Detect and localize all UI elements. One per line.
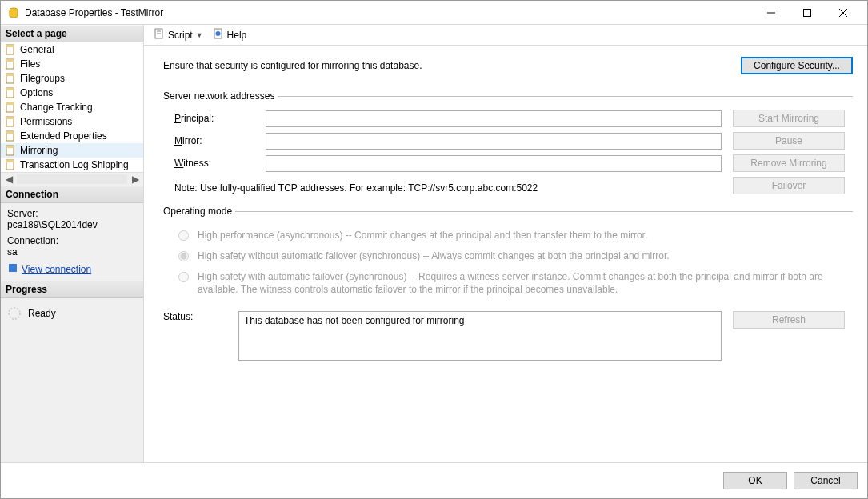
addresses-note: Note: Use fully-qualified TCP addresses.…	[174, 178, 722, 194]
ensure-message: Ensure that security is configured for m…	[163, 60, 741, 71]
ok-button[interactable]: OK	[723, 472, 787, 489]
help-label: Help	[227, 30, 247, 41]
start-mirroring-button: Start Mirroring	[733, 110, 845, 127]
sidebar-item-label: Options	[20, 87, 53, 98]
mode-text-1: High performance (asynchronous) -- Commi…	[198, 229, 853, 242]
scroll-right-icon[interactable]: ▶	[129, 174, 142, 185]
help-icon	[213, 28, 224, 42]
sidebar-item-mirroring[interactable]: Mirroring	[1, 143, 143, 158]
svg-rect-14	[6, 102, 14, 105]
principal-input[interactable]	[266, 110, 722, 127]
script-button[interactable]: Script ▼	[150, 28, 206, 42]
left-panel: Select a page GeneralFilesFilegroupsOpti…	[1, 25, 144, 462]
svg-rect-22	[6, 160, 14, 162]
database-icon	[7, 6, 20, 19]
server-label: Server:	[7, 208, 137, 219]
svg-rect-10	[6, 74, 14, 76]
configure-security-button[interactable]: Configure Security...	[741, 57, 853, 74]
mode-high-safety-auto: High safety with automatic failover (syn…	[174, 266, 853, 300]
connection-value: sa	[7, 246, 137, 257]
minimize-button[interactable]	[753, 1, 789, 25]
svg-point-24	[9, 308, 20, 319]
cancel-button[interactable]: Cancel	[794, 472, 858, 489]
progress-header: Progress	[1, 281, 143, 298]
sidebar-item-label: Change Tracking	[20, 102, 93, 113]
progress-block: Ready	[1, 298, 143, 329]
progress-status: Ready	[28, 308, 56, 319]
window-title: Database Properties - TestMirror	[25, 7, 753, 18]
mode-text-2: High safety without automatic failover (…	[198, 250, 853, 262]
sidebar-item-label: Files	[20, 58, 40, 70]
scroll-track[interactable]	[17, 174, 127, 184]
server-value: pca189\SQL2014dev	[7, 219, 137, 230]
connection-label: Connection:	[7, 235, 137, 246]
witness-label: Witness:	[174, 158, 254, 169]
page-icon	[4, 158, 17, 171]
svg-rect-12	[6, 88, 14, 90]
sidebar-item-filegroups[interactable]: Filegroups	[1, 71, 143, 86]
sidebar-item-label: Transaction Log Shipping	[20, 159, 129, 170]
sidebar-item-label: Permissions	[20, 116, 72, 127]
svg-rect-23	[9, 264, 17, 272]
maximize-button[interactable]	[789, 1, 825, 25]
status-label: Status:	[163, 311, 227, 322]
mode-radio-2	[178, 251, 189, 261]
refresh-button: Refresh	[733, 311, 845, 329]
select-page-header: Select a page	[1, 25, 143, 42]
page-icon	[4, 101, 17, 114]
close-button[interactable]	[825, 1, 861, 25]
operating-mode-group: Operating mode High performance (asynchr…	[163, 206, 853, 300]
sidebar-item-change-tracking[interactable]: Change Tracking	[1, 100, 143, 114]
connection-icon	[7, 262, 18, 276]
svg-rect-18	[6, 131, 14, 134]
sidebar-item-label: Filegroups	[20, 73, 65, 84]
script-label: Script	[168, 30, 193, 41]
svg-rect-2	[803, 9, 810, 16]
svg-point-29	[215, 31, 220, 36]
svg-rect-20	[6, 146, 14, 148]
page-icon	[4, 115, 17, 128]
mode-radio-3	[178, 272, 189, 282]
addresses-legend: Server network addresses	[163, 90, 278, 102]
sidebar-item-label: General	[20, 44, 54, 55]
view-connection-link[interactable]: View connection	[22, 264, 91, 275]
failover-button: Failover	[733, 177, 845, 194]
sidebar-item-general[interactable]: General	[1, 42, 143, 57]
dialog-footer: OK Cancel	[1, 463, 867, 498]
mode-legend: Operating mode	[163, 206, 235, 217]
page-icon	[4, 72, 17, 85]
dialog-window: Database Properties - TestMirror Select …	[0, 0, 868, 499]
svg-rect-16	[6, 117, 14, 119]
sidebar-item-permissions[interactable]: Permissions	[1, 114, 143, 129]
sidebar-item-extended-properties[interactable]: Extended Properties	[1, 129, 143, 143]
status-text: This database has not been configured fo…	[238, 311, 722, 361]
scroll-left-icon[interactable]: ◀	[2, 174, 15, 185]
remove-mirroring-button: Remove Mirroring	[733, 154, 845, 172]
principal-label: Principal:	[174, 113, 254, 124]
sidebar-item-label: Extended Properties	[20, 130, 107, 142]
page-icon	[4, 144, 17, 157]
svg-rect-6	[6, 45, 14, 47]
witness-input[interactable]	[266, 155, 722, 172]
server-addresses-group: Server network addresses Principal: Star…	[163, 90, 853, 194]
svg-rect-8	[6, 59, 14, 62]
sidebar-item-transaction-log-shipping[interactable]: Transaction Log Shipping	[1, 158, 143, 172]
mode-radio-1	[178, 230, 189, 241]
connection-block: Server: pca189\SQL2014dev Connection: sa…	[1, 203, 143, 281]
sidebar-item-files[interactable]: Files	[1, 57, 143, 71]
mode-high-performance: High performance (asynchronous) -- Commi…	[174, 225, 853, 246]
sidebar-item-options[interactable]: Options	[1, 86, 143, 100]
pause-button: Pause	[733, 132, 845, 150]
chevron-down-icon: ▼	[196, 31, 203, 39]
page-icon	[4, 43, 17, 56]
toolbar: Script ▼ Help	[144, 25, 867, 46]
titlebar: Database Properties - TestMirror	[1, 1, 867, 25]
mirror-input[interactable]	[266, 133, 722, 150]
help-button[interactable]: Help	[210, 28, 250, 42]
mode-text-3: High safety with automatic failover (syn…	[198, 270, 853, 296]
mode-high-safety: High safety without automatic failover (…	[174, 246, 853, 266]
page-icon	[4, 86, 17, 99]
right-panel: Script ▼ Help Ensure that security is co…	[144, 25, 867, 462]
nav-scrollbar[interactable]: ◀ ▶	[1, 172, 143, 186]
page-nav: GeneralFilesFilegroupsOptionsChange Trac…	[1, 42, 143, 172]
